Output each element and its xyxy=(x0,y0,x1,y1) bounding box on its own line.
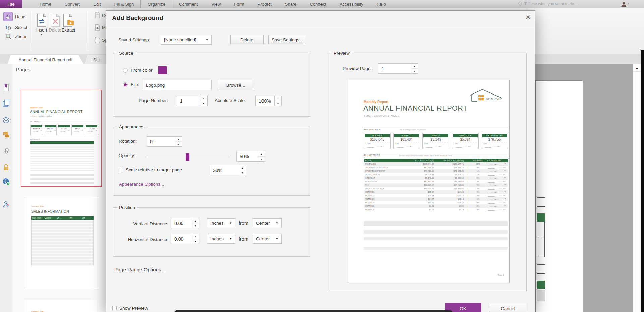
absolute-scale-value[interactable]: 100% xyxy=(255,96,275,106)
menu-item-organize[interactable]: Organize xyxy=(140,0,172,8)
spin-up-icon[interactable]: ▲ xyxy=(192,218,199,223)
layers-button[interactable] xyxy=(2,116,10,124)
spin-down-icon[interactable]: ▼ xyxy=(411,69,418,73)
cell-change: 3% xyxy=(470,184,486,186)
extract-pages-button[interactable]: Extract xyxy=(58,11,79,33)
tell-me-placeholder: Tell me what you want to do... xyxy=(524,2,577,6)
cell-change: 6% xyxy=(470,198,486,200)
appearance-options-link[interactable]: Appearance Options... xyxy=(119,182,164,187)
cell-change: 0% xyxy=(470,177,486,179)
zoom-tool-label: Zoom xyxy=(15,34,26,39)
page-thumbnail-2[interactable]: Business Plan SALES INFORMATION Sales Pe… xyxy=(24,197,99,289)
menu-item[interactable]: Convert xyxy=(58,0,87,8)
spin-down-icon[interactable]: ▼ xyxy=(200,101,207,106)
vertical-distance-value[interactable]: 0.00 xyxy=(171,218,192,228)
menu-item[interactable]: Fill & Sign xyxy=(108,0,141,8)
bookmarks-button[interactable] xyxy=(2,84,10,92)
browse-button[interactable]: Browse... xyxy=(218,80,253,90)
spin-up-icon[interactable]: ▲ xyxy=(258,151,265,157)
cell-report-year: $0.29 xyxy=(403,209,434,211)
menu-item[interactable]: Comment xyxy=(172,0,204,8)
vertical-from-label: from xyxy=(239,221,248,226)
up-arrow-icon: ↑ xyxy=(464,194,470,197)
page-thumbnail-3[interactable]: Business Plan CUSTOMER FEEDBACK FORM xyxy=(24,300,99,312)
horizontal-distance-value[interactable]: 0.00 xyxy=(171,234,192,244)
page-thumbnails-button[interactable] xyxy=(2,99,10,107)
tab-annual-financial-report[interactable]: Annual Financial Report.pdf xyxy=(7,55,84,64)
scroll-up-button[interactable]: ▲ xyxy=(633,64,641,72)
save-settings-button[interactable]: Save Settings.. xyxy=(268,35,305,44)
from-color-radio[interactable] xyxy=(123,68,128,73)
cell-metric: INTEREST xyxy=(364,177,403,179)
menu-item[interactable]: Form xyxy=(227,0,251,8)
horizontal-distance-spinner: 0.00 ▲▼ xyxy=(171,234,199,244)
fix-tool-button[interactable] xyxy=(2,200,10,208)
table-row: METRIC 1 $15.57 $14.29 ↑ 9% xyxy=(364,190,508,194)
cell-report-year: $20.48 xyxy=(403,195,434,197)
vertical-unit-dropdown[interactable]: Inches ▼ xyxy=(207,218,235,228)
vertical-scrollbar[interactable]: ▲ xyxy=(633,64,641,312)
metric-name: INTEREST xyxy=(423,134,448,137)
tell-me-search[interactable]: Tell me what you want to do... xyxy=(518,0,577,8)
file-label: File: xyxy=(131,82,139,87)
file-name-input[interactable] xyxy=(143,80,212,90)
spin-down-icon[interactable]: ▼ xyxy=(175,142,182,146)
page-number-value[interactable]: 1 xyxy=(177,96,200,106)
menu-item[interactable]: Home xyxy=(33,0,58,8)
menu-item[interactable]: Help xyxy=(370,0,393,8)
horizontal-unit-dropdown[interactable]: Inches ▼ xyxy=(207,234,235,244)
menu-item[interactable]: Protect xyxy=(251,0,278,8)
zoom-tool[interactable]: Zoom xyxy=(4,32,26,40)
accessibility-button[interactable] xyxy=(2,178,10,186)
page-thumbnail-1[interactable]: Business Plan ANNUAL FINANCIAL REPORT YO… xyxy=(21,90,102,187)
comments-button[interactable] xyxy=(2,131,10,139)
saved-settings-dropdown[interactable]: [None specified] ▼ xyxy=(161,35,212,45)
key-metric-card: OPERATING PROFIT $76,755 ↑ 1% xyxy=(481,133,508,149)
select-tool[interactable]: T Select xyxy=(4,23,27,32)
spin-up-icon[interactable]: ▲ xyxy=(239,165,246,170)
spin-up-icon[interactable]: ▲ xyxy=(275,96,281,101)
horizontal-anchor-dropdown[interactable]: Center ▼ xyxy=(253,234,282,244)
menu-item[interactable]: Connect xyxy=(303,0,333,8)
menu-item[interactable]: Accessibility xyxy=(333,0,370,8)
account-menu[interactable]: ▾ xyxy=(621,1,629,7)
menu-item[interactable]: Share xyxy=(278,0,303,8)
opacity-value[interactable]: 50% xyxy=(236,151,258,162)
file-menu-button[interactable]: File xyxy=(0,0,22,8)
hand-tool[interactable]: Hand xyxy=(3,12,25,21)
spin-up-icon[interactable]: ▲ xyxy=(411,64,418,69)
spin-up-icon[interactable]: ▲ xyxy=(200,96,207,101)
move-pages-icon xyxy=(95,24,100,31)
file-radio[interactable] xyxy=(123,82,128,87)
cell-change: 2% xyxy=(470,195,486,197)
spin-down-icon[interactable]: ▼ xyxy=(192,223,199,228)
spin-down-icon[interactable]: ▼ xyxy=(239,170,246,175)
security-button[interactable] xyxy=(2,163,10,171)
vertical-anchor-dropdown[interactable]: Center ▼ xyxy=(253,218,282,228)
scale-relative-value[interactable]: 30% xyxy=(210,165,239,175)
opacity-slider-handle[interactable] xyxy=(186,153,189,161)
color-swatch[interactable] xyxy=(158,66,167,74)
menu-item[interactable]: View xyxy=(204,0,227,8)
spin-up-icon[interactable]: ▲ xyxy=(192,234,199,239)
spin-down-icon[interactable]: ▼ xyxy=(192,239,199,244)
show-preview-checkbox[interactable] xyxy=(112,306,117,310)
up-arrow-icon: ↑ xyxy=(464,201,470,204)
delete-settings-button[interactable]: Delete xyxy=(230,35,264,44)
cell-change: 2% xyxy=(470,188,486,190)
dialog-separator xyxy=(106,27,535,28)
spin-down-icon[interactable]: ▼ xyxy=(275,101,281,106)
page-range-options-link[interactable]: Page Range Options... xyxy=(114,267,165,272)
close-icon[interactable]: × xyxy=(523,12,533,22)
metric-value: $165,045 xyxy=(364,137,390,142)
preview-page-label: Preview Page: xyxy=(343,66,372,71)
rotation-value[interactable]: 0° xyxy=(147,136,175,147)
scale-relative-checkbox[interactable] xyxy=(119,168,123,172)
attachments-button[interactable] xyxy=(2,147,10,155)
cancel-button[interactable]: Cancel xyxy=(490,303,526,312)
spin-up-icon[interactable]: ▲ xyxy=(175,137,182,142)
preview-page-value[interactable]: 1 xyxy=(378,63,411,74)
doc-title: ANNUAL FINANCIAL REPORT xyxy=(363,104,468,113)
menu-item[interactable]: Edit xyxy=(86,0,107,8)
spin-down-icon[interactable]: ▼ xyxy=(258,157,265,161)
